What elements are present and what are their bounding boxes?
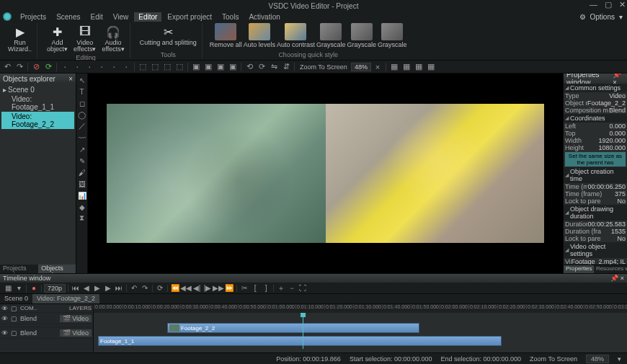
fwd-full-icon[interactable]: ⏩ <box>224 284 234 293</box>
counter-tool-icon[interactable]: ⧗ <box>76 213 87 223</box>
text-tool-icon[interactable]: T <box>76 86 87 97</box>
tree-item-selected[interactable]: Video: Footage_2_2 <box>1 112 74 129</box>
lock-icon[interactable]: ▢ <box>11 329 17 337</box>
chevron-down-icon[interactable]: ▾ <box>619 13 623 21</box>
section-creation[interactable]: Object creation time <box>564 167 627 183</box>
zoom-close-icon[interactable]: × <box>372 62 383 72</box>
step-fwd-icon[interactable]: ▶ <box>103 284 113 293</box>
cutting-splitting-button[interactable]: ✂ Cutting and splitting <box>138 23 199 48</box>
pointer-tool-icon[interactable]: ↖ <box>76 75 87 85</box>
tree-item[interactable]: Video: Footage_1_1 <box>1 94 74 112</box>
distrib-v-icon[interactable]: ⬚ <box>149 62 161 72</box>
zoom-in-icon[interactable]: ＋ <box>276 284 286 293</box>
tab-projects-explorer[interactable]: Projects explorer <box>0 265 38 273</box>
distrib-h-icon[interactable]: ⬚ <box>137 62 148 72</box>
loop-icon[interactable]: ⟳ <box>155 284 165 293</box>
flip-v-icon[interactable]: ⇵ <box>280 62 292 72</box>
rotate-left-icon[interactable]: ⟲ <box>244 62 255 72</box>
image-tool-icon[interactable]: 🖼 <box>76 179 87 189</box>
align-bot-icon[interactable]: ⬝ <box>120 62 132 72</box>
brush-tool-icon[interactable]: 🖌 <box>76 167 87 177</box>
section-common[interactable]: Common settings <box>564 84 627 92</box>
undo-icon[interactable]: ↶ <box>1 62 13 72</box>
mark-out-icon[interactable]: ] <box>261 284 271 293</box>
tl-menu-icon[interactable]: ▾ <box>14 284 24 293</box>
forward-icon[interactable]: ▣ <box>215 62 226 72</box>
section-video-obj[interactable]: Video object settings <box>564 242 627 258</box>
menu-view[interactable]: View <box>109 12 133 22</box>
undo2-icon[interactable]: ↶ <box>129 284 139 293</box>
status-zoom-value[interactable]: 48% <box>586 355 609 363</box>
gear-icon[interactable]: ⚙ <box>579 13 586 21</box>
style-grayscale-1[interactable]: Grayscale <box>316 23 346 48</box>
fwd-icon[interactable]: ▶▶ <box>213 284 223 293</box>
tl-rec-icon[interactable]: ● <box>29 284 39 293</box>
same-height-icon[interactable]: ⬚ <box>174 62 185 72</box>
marker-tool-icon[interactable]: ◆ <box>76 202 87 212</box>
eye-icon[interactable]: 👁 <box>1 305 8 312</box>
tab-footage[interactable]: Video: Footage_2_2 <box>32 294 99 303</box>
style-grayscale-3[interactable]: Grayscale <box>378 23 407 48</box>
eye-icon[interactable]: 👁 <box>1 329 8 337</box>
same-width-icon[interactable]: ⬚ <box>161 62 173 72</box>
backward-icon[interactable]: ▣ <box>227 62 239 72</box>
zoom-fit-icon[interactable]: ⛶ <box>298 284 308 293</box>
tab-properties[interactable]: Properties wi... <box>564 265 594 273</box>
menu-export[interactable]: Export project <box>163 12 216 22</box>
tool-x-icon[interactable]: ▦ <box>425 62 437 72</box>
zoom-out-icon[interactable]: － <box>287 284 297 293</box>
zoom-dropdown-icon[interactable]: ▾ <box>618 355 621 363</box>
pin-icon[interactable]: 📌 <box>610 275 618 282</box>
rotate-right-icon[interactable]: ⟳ <box>256 62 267 72</box>
tab-objects-explorer[interactable]: Objects explorer <box>38 265 76 273</box>
options-link[interactable]: Options <box>590 13 615 21</box>
section-drawing[interactable]: Object drawing duration <box>564 205 627 221</box>
time-ruler[interactable]: 0:00:00.0000:00:10.0000:00:20.0000:00:30… <box>94 304 627 313</box>
zoom-value[interactable]: 48% <box>351 63 371 71</box>
menu-activation[interactable]: Activation <box>244 12 284 22</box>
step-back-icon[interactable]: ◀ <box>81 284 92 293</box>
shape-tool-icon[interactable]: ◻ <box>76 98 87 108</box>
line-tool-icon[interactable]: ／ <box>76 121 87 131</box>
next-frame-icon[interactable]: |▶ <box>203 284 213 293</box>
style-auto-contrast[interactable]: Auto contrast <box>277 23 315 48</box>
grid-icon[interactable]: ▦ <box>388 62 400 72</box>
curve-tool-icon[interactable]: 〰 <box>76 133 87 143</box>
arrow-tool-icon[interactable]: ↗ <box>76 144 87 154</box>
preview-canvas[interactable] <box>88 74 563 273</box>
tab-resources[interactable]: Resources win... <box>594 265 627 273</box>
goto-end-icon[interactable]: ⏭ <box>114 284 124 293</box>
close-icon[interactable]: ✕ <box>619 0 626 9</box>
minimize-icon[interactable]: — <box>590 0 597 9</box>
section-coords[interactable]: Coordinates <box>564 114 627 123</box>
maximize-icon[interactable]: ▢ <box>605 0 612 9</box>
redo2-icon[interactable]: ↷ <box>140 284 150 293</box>
align-mid-icon[interactable]: ⬝ <box>108 62 120 72</box>
add-object-button[interactable]: ✚ Add object▾ <box>45 23 70 54</box>
cancel-icon[interactable]: ⊘ <box>30 62 42 72</box>
align-left-icon[interactable]: ⬝ <box>59 62 71 72</box>
lock-icon[interactable]: ▢ <box>11 315 17 322</box>
chart-tool-icon[interactable]: 📊 <box>76 190 87 200</box>
playhead[interactable] <box>303 313 303 349</box>
snap-icon[interactable]: ▦ <box>413 62 424 72</box>
run-wizard-button[interactable]: ▶ Run Wizard.. <box>6 23 34 54</box>
menu-edit[interactable]: Edit <box>86 12 107 22</box>
align-top-icon[interactable]: ⬝ <box>96 62 107 72</box>
align-right-icon[interactable]: ⬝ <box>84 62 95 72</box>
menu-tools[interactable]: Tools <box>218 12 243 22</box>
back-icon[interactable]: ▣ <box>203 62 214 72</box>
tree-scene[interactable]: ▸ Scene 0 <box>1 85 74 94</box>
menu-projects[interactable]: Projects <box>16 12 50 22</box>
style-grayscale-2[interactable]: Grayscale <box>347 23 376 48</box>
prev-frame-icon[interactable]: ◀| <box>192 284 202 293</box>
btn-same-size[interactable]: Set the same size as the parent has <box>565 152 626 167</box>
circle-tool-icon[interactable]: ◯ <box>76 110 87 120</box>
menu-editor[interactable]: Editor <box>134 12 161 22</box>
timeline-close-icon[interactable]: × <box>621 275 624 282</box>
eye-icon[interactable]: 👁 <box>1 315 8 322</box>
flip-h-icon[interactable]: ⇋ <box>268 62 280 72</box>
redo-icon[interactable]: ↷ <box>14 62 25 72</box>
tab-scene-0[interactable]: Scene 0 <box>0 294 32 303</box>
rew-icon[interactable]: ◀◀ <box>181 284 191 293</box>
